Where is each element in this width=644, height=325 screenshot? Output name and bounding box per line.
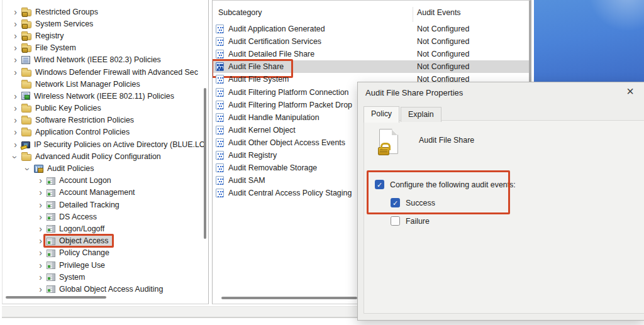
tree-item-selection: Wired Network (IEEE 802.3) Policies [20,55,164,65]
expander-chevron-icon[interactable] [11,68,20,77]
audit-category-icon [47,273,55,281]
annotation-box [367,170,510,214]
tree-item-label: Software Restriction Policies [35,116,134,124]
tree-item[interactable]: Logon/Logoff [3,223,203,234]
checkbox[interactable] [391,216,400,226]
tree-item-selection: Detailed Tracking [45,200,123,210]
close-icon[interactable]: × [623,84,638,99]
tree-item[interactable]: Account Management [3,187,203,199]
tab[interactable]: Explain [401,107,441,122]
tree-item[interactable]: Windows Defender Firewall with Advanced … [3,66,203,78]
tree-item[interactable]: Application Control Policies [3,126,203,138]
binary-file-icon [216,163,224,172]
tree-item-selection: Windows Defender Firewall with Advanced … [20,67,201,77]
binary-file-icon [216,113,224,122]
tree-item[interactable]: Software Restriction Policies [3,114,203,126]
binary-file-icon [216,126,224,135]
tree-item-label: Audit Policies [47,164,94,173]
tree-item[interactable]: System Services [3,18,203,30]
expander-chevron-icon[interactable] [36,224,45,233]
expander-chevron-icon[interactable] [11,116,20,124]
expander-chevron-icon[interactable] [11,128,20,136]
tree-item-selection: Privilege Use [45,260,108,270]
expander-chevron-icon[interactable] [11,104,20,113]
audit-category-icon [47,262,55,269]
tree-item-label: Network List Manager Policies [35,80,140,89]
security-folder-icon [21,45,31,52]
tree-item[interactable]: IP Security Policies on Active Directory… [3,138,203,150]
tree-item[interactable]: Registry [3,30,203,41]
audit-file-share-properties-dialog: Audit File Share Properties × Policy Exp… [357,82,644,321]
tree-item[interactable]: File System [3,42,203,54]
column-separator[interactable] [413,7,413,22]
console-tree-pane: Restricted Groups System Services [2,0,209,304]
tree-item[interactable]: Wireless Network (IEEE 802.11) Policies [3,90,203,102]
expander-chevron-icon[interactable] [36,176,45,185]
horizontal-scrollbar-thumb[interactable] [221,297,357,299]
subcategory-row[interactable]: Audit Certification Services Not Configu… [213,35,529,48]
checkbox[interactable] [391,198,400,207]
expander-chevron-icon[interactable] [11,55,20,64]
expander-chevron-icon[interactable] [36,188,45,197]
expander-chevron-icon[interactable] [11,8,20,16]
tab[interactable]: Policy [364,106,399,123]
tree-item-label: Policy Change [59,248,109,257]
expander-chevron-icon[interactable] [11,92,20,101]
tree-item-selection: Advanced Audit Policy Configuration [20,151,164,162]
policy-tree: Restricted Groups System Services [3,6,203,295]
checkbox[interactable] [375,180,384,189]
expander-chevron-icon[interactable] [11,31,20,40]
tree-item-label: IP Security Policies on Active Directory… [34,140,205,149]
tree-item-label: Wired Network (IEEE 802.3) Policies [34,55,161,64]
policy-document-lock-icon [378,129,399,155]
tree-item[interactable]: Restricted Groups [3,6,203,18]
subcategory-label: Audit Filtering Platform Connection [228,88,348,97]
expander-chevron-icon[interactable] [36,261,45,270]
tree-item-label: Detailed Tracking [59,201,119,209]
column-header-subcategory[interactable]: Subcategory [218,8,262,17]
tree-item-selection: System [45,272,88,282]
subcategory-row[interactable]: Audit Application Generated Not Configur… [213,23,529,35]
tree-item[interactable]: Audit Policies [3,162,203,174]
tree-item-selection: Restricted Groups [20,7,101,17]
tree-item-selection: Wireless Network (IEEE 802.11) Policies [20,91,177,101]
tree-item[interactable]: Policy Change [3,247,203,259]
expander-chevron-icon[interactable] [36,285,45,294]
tree-item[interactable]: Network List Manager Policies [3,78,203,90]
tree-item[interactable]: Wired Network (IEEE 802.3) Policies [3,54,203,66]
expander-chevron-icon[interactable] [36,236,45,245]
tree-item[interactable]: System [3,271,203,283]
tree-item-selection: Registry [20,31,67,41]
subcategory-row[interactable]: Audit File Share Not Configured [213,60,529,73]
column-header-audit-events[interactable]: Audit Events [417,8,461,17]
expander-chevron-icon[interactable] [36,273,45,282]
tree-item-selection: Public Key Policies [20,103,104,113]
expander-chevron-icon[interactable] [23,164,33,173]
tree-item[interactable]: Object Access [3,235,203,247]
tree-item-selection: Software Restriction Policies [20,115,137,125]
folder-icon [21,106,31,113]
tree-item[interactable]: Global Object Access Auditing [3,283,203,295]
expander-chevron-icon[interactable] [11,43,20,52]
tree-item[interactable]: Privilege Use [3,259,203,271]
tree-item[interactable]: Account Logon [3,175,203,187]
horizontal-scrollbar-thumb[interactable] [6,296,106,299]
expander-chevron-icon[interactable] [36,248,45,257]
binary-file-icon [216,138,224,147]
expander-chevron-icon[interactable] [11,19,20,28]
vertical-scrollbar-thumb[interactable] [204,88,206,239]
tree-item[interactable]: Detailed Tracking [3,199,203,211]
tree-item[interactable]: Advanced Audit Policy Configuration [3,150,203,162]
audit-events-value: Not Configured [417,62,469,71]
tree-item[interactable]: DS Access [3,211,203,223]
policy-name-label: Audit File Share [419,136,474,145]
expander-chevron-icon[interactable] [36,201,45,209]
audit-category-icon [47,177,55,185]
audit-events-value: Not Configured [417,37,469,46]
expander-chevron-icon[interactable] [11,152,20,161]
expander-chevron-icon[interactable] [36,212,45,221]
subcategory-row[interactable]: Audit Detailed File Share Not Configured [213,48,529,60]
expander-chevron-icon[interactable] [11,140,20,149]
tree-item[interactable]: Public Key Policies [3,102,203,114]
audit-policies-icon [34,165,43,173]
